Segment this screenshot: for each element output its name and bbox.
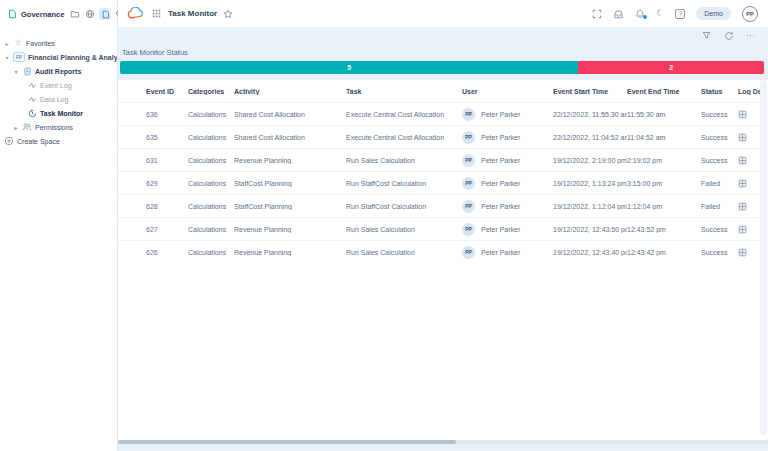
event-id-link[interactable]: 636 — [146, 111, 188, 118]
col-header-activity[interactable]: Activity — [234, 88, 346, 95]
table-row[interactable]: 627 Calculations Revenue Planning Run Sa… — [118, 217, 768, 240]
activity-cell: Revenue Planning — [234, 249, 346, 256]
start-time-cell: 19/12/2022, 1:13:24 pm — [553, 180, 627, 187]
sidebar-item-financial-planning[interactable]: ▾ FP Financial Planning & Analysis — [0, 50, 117, 64]
globe-icon[interactable] — [84, 8, 96, 20]
sidebar-item-label: Favorites — [26, 40, 55, 47]
col-header-user[interactable]: User — [462, 88, 553, 95]
user-name: Peter Parker — [481, 157, 520, 164]
sidebar-item-data-log[interactable]: Data Log — [0, 92, 117, 106]
sidebar-item-label: Event Log — [40, 82, 72, 89]
caret-right-icon[interactable]: ▸ — [13, 124, 19, 131]
event-id-link[interactable]: 628 — [146, 203, 188, 210]
table-row[interactable]: 628 Calculations StaffCost Planning Run … — [118, 194, 768, 217]
status-bar-success-segment: 5 — [120, 61, 578, 74]
notifications-bell-icon[interactable] — [635, 9, 645, 19]
status-panel-title: Task Monitor Status — [118, 44, 768, 61]
event-id-link[interactable]: 631 — [146, 157, 188, 164]
sidebar-item-event-log[interactable]: Event Log — [0, 78, 117, 92]
sidebar-item-create-space[interactable]: Create Space — [0, 134, 117, 148]
activity-cell: Revenue Planning — [234, 157, 346, 164]
view-toolbar — [118, 27, 768, 44]
start-time-cell: 19/12/2022, 12:43:40 pm — [553, 249, 627, 256]
star-icon: ☆ — [13, 38, 23, 48]
success-count-label: 5 — [347, 64, 351, 71]
avatar: PP — [462, 200, 475, 213]
table-row[interactable]: 626 Calculations Revenue Planning Run Sa… — [118, 240, 768, 263]
filter-funnel-icon[interactable] — [702, 31, 711, 40]
fullscreen-icon[interactable] — [592, 9, 602, 19]
user-name: Peter Parker — [481, 180, 520, 187]
user-avatar[interactable]: PP — [742, 6, 758, 22]
history-icon — [27, 108, 37, 118]
status-cell: Success — [701, 134, 738, 141]
event-id-link[interactable]: 629 — [146, 180, 188, 187]
task-cell: Run StaffCost Calculation — [346, 180, 462, 187]
task-status-stacked-bar: 5 2 — [120, 61, 764, 74]
task-cell: Run Sales Calculation — [346, 157, 462, 164]
content-area: Task Monitor Status 5 2 Event ID Categor… — [118, 44, 768, 451]
event-id-link[interactable]: 626 — [146, 249, 188, 256]
inbox-icon[interactable] — [613, 9, 624, 19]
task-cell: Run StaffCost Calculation — [346, 203, 462, 210]
favorite-star-icon[interactable] — [223, 9, 233, 19]
user-cell: PPPeter Parker — [462, 177, 553, 190]
col-header-end-time[interactable]: Event End Time — [627, 88, 701, 95]
more-options-icon[interactable] — [747, 35, 755, 37]
avatar: PP — [462, 177, 475, 190]
user-name: Peter Parker — [481, 111, 520, 118]
status-cell: Failed — [701, 180, 738, 187]
sidebar-tree: ▸ ☆ Favorites ▾ FP Financial Planning & … — [0, 26, 117, 148]
caret-down-icon[interactable]: ▾ — [4, 54, 10, 61]
event-id-link[interactable]: 635 — [146, 134, 188, 141]
status-cell: Success — [701, 249, 738, 256]
table-row[interactable]: 629 Calculations StaffCost Planning Run … — [118, 171, 768, 194]
end-time-cell: 1:12:04 pm — [627, 203, 701, 210]
table-row[interactable]: 636 Calculations Shared Cost Allocation … — [118, 102, 768, 125]
avatar: PP — [462, 246, 475, 259]
sidebar-item-permissions[interactable]: ▸ Permissions — [0, 120, 117, 134]
governance-space-icon — [6, 8, 18, 20]
avatar: PP — [462, 131, 475, 144]
table-row[interactable]: 635 Calculations Shared Cost Allocation … — [118, 125, 768, 148]
bottom-margin — [118, 444, 768, 451]
document-icon[interactable] — [99, 8, 111, 20]
col-header-start-time[interactable]: Event Start Time — [553, 88, 627, 95]
avatar: PP — [462, 154, 475, 167]
event-id-link[interactable]: 627 — [146, 226, 188, 233]
start-time-cell: 22/12/2022, 11:04:52 am — [553, 134, 627, 141]
sidebar-item-audit-reports[interactable]: ▾ Audit Reports — [0, 64, 117, 78]
plus-circle-icon — [4, 136, 14, 146]
start-time-cell: 19/12/2022, 12:43:50 pm — [553, 226, 627, 233]
status-cell: Failed — [701, 203, 738, 210]
sidebar-item-favorites[interactable]: ▸ ☆ Favorites — [0, 36, 117, 50]
help-icon[interactable]: ? — [675, 9, 685, 19]
refresh-icon[interactable] — [724, 31, 734, 41]
app-grid-icon[interactable] — [152, 9, 161, 18]
col-header-event-id[interactable]: Event ID — [146, 88, 188, 95]
start-time-cell: 22/12/2022, 11:55:30 am — [553, 111, 627, 118]
vertical-scrollbar[interactable] — [760, 80, 767, 435]
task-cell: Run Sales Calculation — [346, 249, 462, 256]
categories-cell: Calculations — [188, 249, 234, 256]
caret-right-icon[interactable]: ▸ — [4, 40, 10, 47]
dark-mode-moon-icon[interactable]: ☾ — [656, 9, 664, 18]
jedox-cloud-logo[interactable] — [127, 7, 144, 20]
col-header-status[interactable]: Status — [701, 88, 738, 95]
avatar: PP — [462, 223, 475, 236]
col-header-categories[interactable]: Categories — [188, 88, 234, 95]
table-header-row: Event ID Categories Activity Task User E… — [118, 80, 768, 102]
folder-icon[interactable] — [69, 8, 81, 20]
demo-badge: Demo — [696, 7, 731, 20]
failed-count-label: 2 — [669, 64, 673, 71]
users-icon — [22, 122, 32, 132]
sidebar-item-task-monitor[interactable]: Task Monitor — [0, 106, 117, 120]
col-header-task[interactable]: Task — [346, 88, 462, 95]
user-cell: PPPeter Parker — [462, 200, 553, 213]
status-cell: Success — [701, 226, 738, 233]
table-row[interactable]: 631 Calculations Revenue Planning Run Sa… — [118, 148, 768, 171]
horizontal-scrollbar[interactable] — [118, 440, 768, 444]
caret-down-icon[interactable]: ▾ — [13, 68, 19, 75]
horizontal-scrollbar-thumb[interactable] — [118, 440, 456, 444]
fp-space-badge: FP — [13, 52, 25, 62]
